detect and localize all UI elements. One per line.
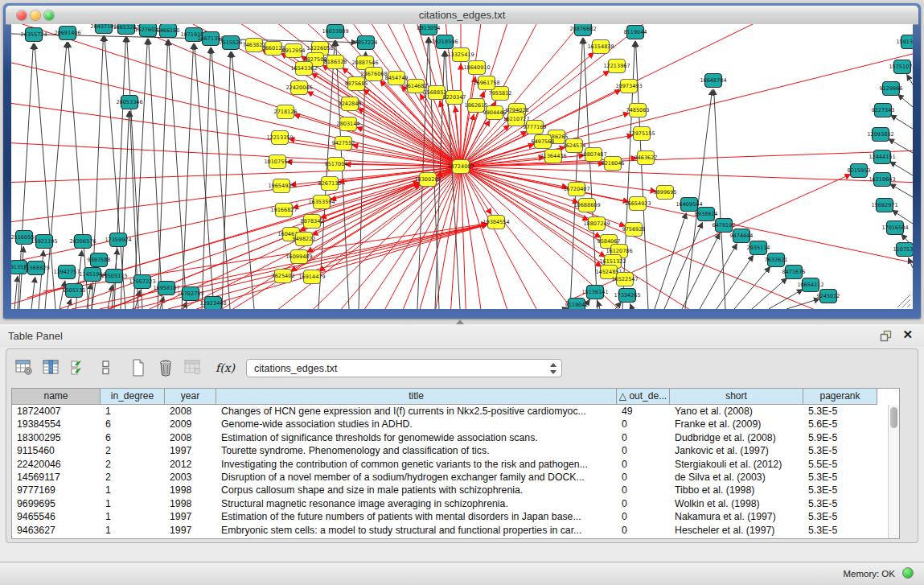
column-header-title[interactable]: title <box>216 389 617 405</box>
table-cell: Wolkin et al. (1998) <box>670 497 803 510</box>
close-panel-icon[interactable]: ✕ <box>902 328 913 342</box>
table-cell: Estimation of significance thresholds fo… <box>216 431 617 444</box>
graph-node-label: 12093832 <box>867 131 893 138</box>
table-cell: 0 <box>617 418 670 431</box>
table-cell: Estimation of the future numbers of pati… <box>216 510 617 523</box>
column-header-short[interactable]: short <box>670 389 803 405</box>
graph-node-label: 16099489 <box>285 253 312 260</box>
select-all-icon[interactable] <box>69 358 88 377</box>
graph-edge <box>461 167 913 192</box>
table-cell: 18724007 <box>12 405 101 418</box>
memory-status-indicator[interactable] <box>902 567 914 579</box>
network-canvas[interactable]: 1872400786601238912954132260589827508818… <box>11 24 913 309</box>
table-row[interactable]: 1830029562008Estimation of significance … <box>12 431 899 444</box>
table-row[interactable]: 946554611997Estimation of the future num… <box>12 510 899 523</box>
graph-edge <box>461 167 913 309</box>
table-cell: 9699695 <box>12 497 101 510</box>
graph-node-label: 9129966 <box>880 85 903 92</box>
graph-node-label: 7485063 <box>626 107 650 113</box>
table-cell: 9465546 <box>12 510 101 523</box>
new-table-icon[interactable] <box>129 358 148 377</box>
graph-node-label: 9427552 <box>332 140 355 146</box>
table-settings-icon[interactable] <box>14 358 34 377</box>
network-window-title: citations_edges.txt <box>6 9 918 21</box>
table-row[interactable]: 1872400712008Changes of HCN gene express… <box>12 405 899 418</box>
import-table-disabled-icon <box>183 358 203 377</box>
column-header-name[interactable]: name <box>12 389 101 405</box>
table-cell: 2 <box>101 471 165 484</box>
table-columns-icon[interactable] <box>42 358 61 377</box>
table-panel-body: f(x) citations_edges.txt namein_degreeye… <box>6 348 918 543</box>
table-cell: 1 <box>101 484 165 496</box>
graph-node-label: 15921195 <box>31 238 57 245</box>
column-header-year[interactable]: year <box>165 389 216 405</box>
graph-edge <box>133 39 147 309</box>
delete-table-icon[interactable] <box>156 358 175 377</box>
graph-edge <box>682 233 720 309</box>
table-cell: Tourette syndrome. Phenomenology and cla… <box>216 444 617 457</box>
graph-node-label: 10654112 <box>797 282 823 288</box>
graph-node-label: 17359924 <box>105 237 131 243</box>
vertical-scrollbar[interactable] <box>888 405 899 538</box>
table-cell: 2012 <box>165 458 216 471</box>
graph-edge <box>717 255 754 309</box>
table-cell: Structural magnetic resonance image aver… <box>216 497 617 510</box>
table-cell: 0 <box>617 431 670 444</box>
table-cell: 2008 <box>165 405 216 418</box>
table-cell: 2003 <box>165 471 216 484</box>
graph-node-label: 9756928 <box>622 226 646 233</box>
table-cell: Yano et al. (2008) <box>670 405 803 418</box>
graph-node-label: 6479197 <box>713 222 736 229</box>
table-cell: 5.5E-5 <box>803 458 877 471</box>
graph-edge <box>889 139 914 154</box>
graph-node-label: 9498222 <box>293 236 316 242</box>
graph-edge <box>76 250 82 309</box>
table-row[interactable]: 1938455462009Genome-wide association stu… <box>12 418 899 431</box>
graph-node-label: 7632621 <box>765 257 788 263</box>
table-cell: 2 <box>101 458 165 471</box>
graph-node-label: 10973493 <box>615 83 642 89</box>
column-header-out_de[interactable]: △ out_de... <box>617 389 670 405</box>
column-header-pagerank[interactable]: pagerank <box>803 389 877 405</box>
graph-node-label: 7463822 <box>243 42 266 48</box>
graph-node-label: 8813054 <box>417 25 441 31</box>
function-builder-icon[interactable]: f(x) <box>216 361 235 374</box>
table-row[interactable]: 2242004622012Investigating the contribut… <box>12 458 899 471</box>
graph-node-label: 9899695 <box>654 189 677 196</box>
table-row[interactable]: 969969511998Structural magnetic resonanc… <box>12 497 899 510</box>
graph-node-label: 9245012 <box>817 293 840 299</box>
table-select-dropdown[interactable]: citations_edges.txt <box>246 359 562 377</box>
graph-edge <box>39 250 43 309</box>
table-cell: Embryonic stem cells: a model to study s… <box>216 524 617 537</box>
graph-node-label: 20691406 <box>54 30 80 36</box>
graph-node-label: 8471676 <box>782 269 806 275</box>
graph-node-label: 8220347 <box>443 94 466 101</box>
graph-node-label: 1107533 <box>893 246 913 253</box>
network-window-titlebar[interactable]: citations_edges.txt <box>6 6 918 25</box>
table-cell: 1997 <box>165 444 216 457</box>
graph-edge <box>60 281 65 309</box>
table-cell: 19384554 <box>12 418 101 431</box>
memory-status-label: Memory: OK <box>843 569 895 579</box>
table-row[interactable]: 1456911722003Disruption of a novel membe… <box>12 471 899 484</box>
table-row[interactable]: 977716911998Corpus callosum shape and si… <box>12 484 899 496</box>
graph-node-label: 12213967 <box>603 63 630 69</box>
rows-icon[interactable] <box>97 358 116 377</box>
table-cell: 2009 <box>165 418 216 431</box>
scrollbar-thumb[interactable] <box>890 407 897 428</box>
table-cell: 5.3E-5 <box>803 510 877 523</box>
graph-node-label: 16782753 <box>177 290 203 297</box>
column-header-in_degree[interactable]: in_degree <box>101 389 165 405</box>
table-cell: 1 <box>101 524 165 537</box>
graph-edge <box>211 47 230 309</box>
graph-node-label: 8878342 <box>301 218 324 225</box>
float-panel-icon[interactable] <box>880 330 892 342</box>
canvas-resize-grip[interactable] <box>897 295 910 307</box>
table-cell: 0 <box>617 484 670 496</box>
graph-node-label: 16151322 <box>599 258 626 265</box>
table-row[interactable]: 946362711997Embryonic stem cells: a mode… <box>12 524 899 537</box>
graph-node-label: 16522547 <box>611 276 638 282</box>
table-row[interactable]: 911546021997Tourette syndrome. Phenomeno… <box>12 444 899 457</box>
graph-node-label: 19384554 <box>483 219 509 225</box>
table-cell: 1 <box>101 497 165 510</box>
